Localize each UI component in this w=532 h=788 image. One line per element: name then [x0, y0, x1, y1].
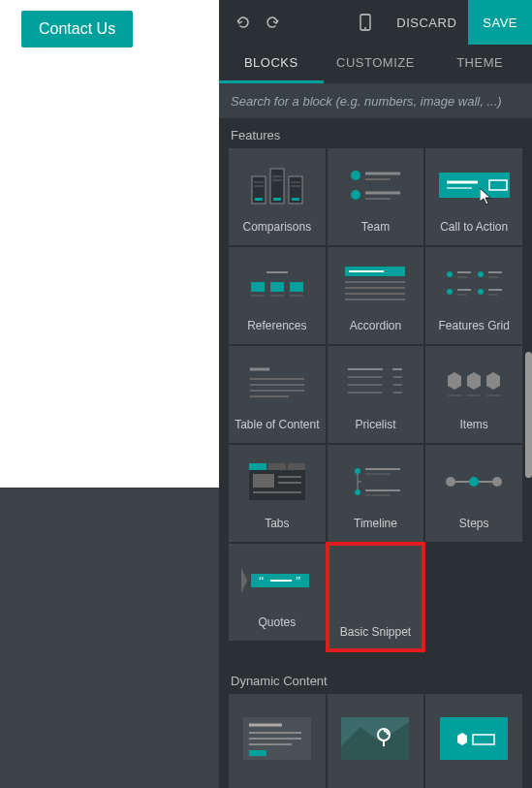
editor-panel: DISCARD SAVE BLOCKS CUSTOMIZE THEME Feat… — [219, 0, 532, 788]
tab-customize[interactable]: CUSTOMIZE — [324, 45, 428, 83]
steps-icon — [439, 453, 510, 511]
svg-text:”: ” — [296, 574, 300, 587]
block-steps[interactable]: Steps — [425, 445, 522, 542]
svg-point-37 — [447, 271, 453, 277]
block-label: Items — [459, 418, 487, 433]
svg-point-43 — [447, 289, 453, 295]
block-label: Tabs — [265, 517, 289, 532]
block-table-of-content[interactable]: Table of Content — [229, 346, 326, 443]
block-label: Quotes — [258, 615, 296, 631]
dyn-3-icon — [439, 702, 510, 775]
discard-button[interactable]: DISCARD — [385, 0, 468, 45]
block-label: Pricelist — [355, 418, 395, 433]
references-icon — [241, 255, 312, 313]
pricelist-icon — [340, 354, 411, 412]
svg-rect-7 — [255, 198, 263, 201]
block-grid — [219, 694, 526, 788]
svg-rect-98 — [440, 717, 508, 760]
block-features-grid[interactable]: Features Grid — [425, 247, 522, 344]
block-label: Timeline — [354, 517, 397, 532]
section-header: Features — [219, 118, 526, 148]
svg-point-85 — [492, 477, 502, 487]
call-to-action-icon — [439, 156, 510, 214]
basic-snippet-icon — [340, 552, 411, 619]
block-quotes[interactable]: “”Quotes — [229, 544, 326, 641]
svg-rect-66 — [268, 463, 286, 470]
block-label: Features Grid — [438, 319, 509, 334]
block-timeline[interactable]: Timeline — [328, 445, 424, 542]
block-label: References — [247, 319, 306, 334]
svg-rect-69 — [253, 474, 274, 488]
svg-rect-65 — [249, 463, 266, 470]
svg-point-46 — [478, 289, 484, 295]
svg-point-78 — [355, 489, 360, 495]
items-icon — [439, 354, 510, 412]
tabs-icon — [241, 453, 312, 511]
block-grid: ComparisonsTeamCall to ActionReferencesA… — [219, 148, 526, 664]
svg-rect-25 — [251, 282, 265, 292]
search-bar — [219, 83, 532, 118]
svg-rect-10 — [273, 198, 281, 201]
dyn-1-icon — [241, 702, 312, 775]
block-label: Table of Content — [235, 418, 319, 433]
svg-rect-13 — [292, 198, 299, 201]
top-bar: DISCARD SAVE — [219, 0, 532, 45]
svg-point-40 — [478, 271, 484, 277]
features-grid-icon — [439, 255, 510, 313]
block-dyn-3[interactable] — [425, 694, 522, 788]
block-basic-snippet[interactable]: Basic Snippet — [328, 544, 424, 650]
block-items[interactable]: Items — [425, 346, 522, 443]
dyn-2-icon — [340, 702, 411, 775]
svg-rect-26 — [270, 282, 284, 292]
block-label: Comparisons — [242, 220, 311, 236]
block-label: Call to Action — [440, 220, 508, 236]
block-accordion[interactable]: Accordion — [328, 247, 424, 344]
block-references[interactable]: References — [229, 247, 326, 344]
search-input[interactable] — [231, 94, 520, 109]
save-button[interactable]: SAVE — [468, 0, 532, 45]
block-team[interactable]: Team — [328, 148, 424, 245]
block-dyn-2[interactable] — [328, 694, 424, 788]
redo-icon[interactable] — [258, 8, 287, 37]
quotes-icon: “” — [241, 552, 312, 610]
block-pricelist[interactable]: Pricelist — [328, 346, 424, 443]
block-label: Accordion — [350, 319, 401, 334]
block-dyn-1[interactable] — [229, 694, 326, 788]
blocks-content[interactable]: FeaturesComparisonsTeamCall to ActionRef… — [219, 118, 532, 788]
section-header: Dynamic Content — [219, 664, 526, 694]
timeline-icon — [340, 453, 411, 511]
svg-rect-20 — [439, 173, 510, 198]
block-tabs[interactable]: Tabs — [229, 445, 326, 542]
svg-rect-67 — [288, 463, 305, 470]
block-label: Steps — [459, 517, 489, 532]
canvas: Contact Us — [0, 0, 219, 488]
table-of-content-icon — [241, 354, 312, 412]
tab-blocks[interactable]: BLOCKS — [219, 45, 324, 83]
svg-point-81 — [446, 477, 455, 487]
tab-bar: BLOCKS CUSTOMIZE THEME — [219, 45, 532, 83]
svg-rect-95 — [249, 750, 266, 756]
contact-us-button[interactable]: Contact Us — [21, 11, 133, 47]
svg-rect-27 — [290, 282, 303, 292]
svg-point-1 — [364, 27, 366, 29]
block-call-to-action[interactable]: Call to Action — [425, 148, 522, 245]
mobile-preview-icon[interactable] — [352, 8, 379, 37]
svg-point-17 — [351, 190, 360, 200]
team-icon — [340, 156, 411, 214]
comparisons-icon — [241, 156, 312, 214]
block-label: Basic Snippet — [340, 625, 411, 641]
svg-point-14 — [351, 171, 360, 180]
svg-text:“: “ — [259, 574, 264, 587]
accordion-icon — [340, 255, 411, 313]
svg-point-73 — [355, 468, 360, 474]
svg-point-83 — [469, 477, 479, 487]
canvas-footer — [0, 488, 219, 788]
block-comparisons[interactable]: Comparisons — [229, 148, 326, 245]
tab-theme[interactable]: THEME — [427, 45, 532, 83]
scrollbar-thumb[interactable] — [525, 352, 532, 478]
block-label: Team — [361, 220, 390, 236]
undo-icon[interactable] — [229, 8, 258, 37]
